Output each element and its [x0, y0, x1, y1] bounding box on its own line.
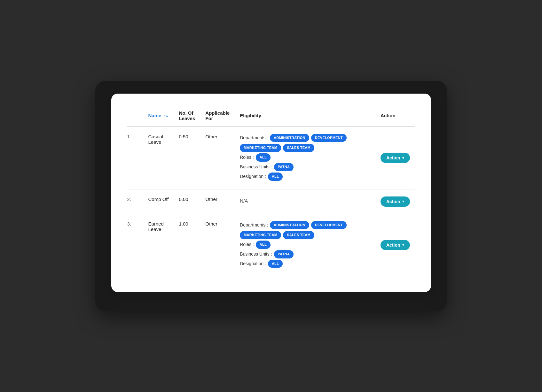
na-text: N/A [240, 198, 248, 204]
business-unit-tag: PATNA [274, 250, 294, 258]
department-tag: ADMINISTRATION [270, 221, 309, 229]
action-button[interactable]: Action ▾ [381, 196, 410, 207]
chevron-down-icon: ▾ [402, 156, 404, 160]
row-number: 3. [127, 214, 143, 276]
action-cell: Action ▾ [375, 214, 415, 276]
department-tag: MARKETING TEAM [240, 231, 281, 239]
designation-row: Designation :All [240, 260, 370, 268]
leave-table: Name ↑≡ No. OfLeaves ApplicableFor Eligi… [127, 106, 415, 276]
action-button[interactable]: Action ▾ [381, 153, 410, 163]
department-tag: ADMINISTRATION [270, 134, 309, 142]
leave-name: EarnedLeave [143, 214, 174, 276]
department-tag: DEVELOPMENT [311, 221, 347, 229]
col-eligibility: Eligibility [235, 106, 375, 127]
roles-label: Roles : [240, 153, 254, 161]
department-tag: DEVELOPMENT [311, 134, 347, 142]
business-units-label: Business Units : [240, 250, 272, 258]
business-units-label: Business Units : [240, 163, 272, 171]
departments-label: Departments : [240, 134, 268, 142]
leaves-count: 1.00 [174, 214, 200, 276]
business-units-row: Business Units :PATNA [240, 163, 370, 171]
leave-name: Comp Off [143, 189, 174, 214]
designation-tag: All [268, 173, 283, 181]
department-tag: SALES TEAM [283, 144, 314, 152]
applicable-for: Other [200, 189, 235, 214]
table-row: 3.EarnedLeave1.00OtherDepartments :ADMIN… [127, 214, 415, 276]
sort-icon: ↑≡ [164, 113, 169, 118]
designation-label: Designation : [240, 173, 266, 181]
device-frame: Name ↑≡ No. OfLeaves ApplicableFor Eligi… [95, 81, 447, 311]
table-row: 2.Comp Off0.00OtherN/AAction ▾ [127, 189, 415, 214]
chevron-down-icon: ▾ [402, 199, 404, 204]
business-units-row: Business Units :PATNA [240, 250, 370, 258]
action-cell: Action ▾ [375, 127, 415, 189]
row-number: 2. [127, 189, 143, 214]
applicable-for: Other [200, 127, 235, 189]
col-leaves: No. OfLeaves [174, 106, 200, 127]
eligibility-cell: Departments :ADMINISTRATIONDEVELOPMENTMA… [235, 214, 375, 276]
role-tag: All [256, 241, 271, 249]
designation-label: Designation : [240, 260, 266, 268]
designation-row: Designation :All [240, 173, 370, 181]
eligibility-cell: Departments :ADMINISTRATIONDEVELOPMENTMA… [235, 127, 375, 189]
departments-row: Departments :ADMINISTRATIONDEVELOPMENTMA… [240, 134, 370, 152]
col-applicable: ApplicableFor [200, 106, 235, 127]
chevron-down-icon: ▾ [402, 243, 404, 247]
role-tag: All [256, 153, 271, 162]
card: Name ↑≡ No. OfLeaves ApplicableFor Eligi… [111, 94, 431, 292]
department-tag: MARKETING TEAM [240, 144, 281, 152]
eligibility-cell: N/A [235, 189, 375, 214]
roles-row: Roles :All [240, 241, 370, 249]
action-button[interactable]: Action ▾ [381, 240, 410, 250]
col-action: Action [375, 106, 415, 127]
row-number: 1. [127, 127, 143, 189]
business-unit-tag: PATNA [274, 163, 294, 171]
department-tag: SALES TEAM [283, 231, 314, 239]
roles-row: Roles :All [240, 153, 370, 162]
leave-name: CasualLeave [143, 127, 174, 189]
col-name[interactable]: Name ↑≡ [143, 106, 174, 127]
roles-label: Roles : [240, 241, 254, 249]
applicable-for: Other [200, 214, 235, 276]
leaves-count: 0.50 [174, 127, 200, 189]
leaves-count: 0.00 [174, 189, 200, 214]
col-num [127, 106, 143, 127]
departments-row: Departments :ADMINISTRATIONDEVELOPMENTMA… [240, 221, 370, 240]
designation-tag: All [268, 260, 283, 268]
departments-label: Departments : [240, 221, 268, 229]
table-row: 1.CasualLeave0.50OtherDepartments :ADMIN… [127, 127, 415, 189]
action-cell: Action ▾ [375, 189, 415, 214]
